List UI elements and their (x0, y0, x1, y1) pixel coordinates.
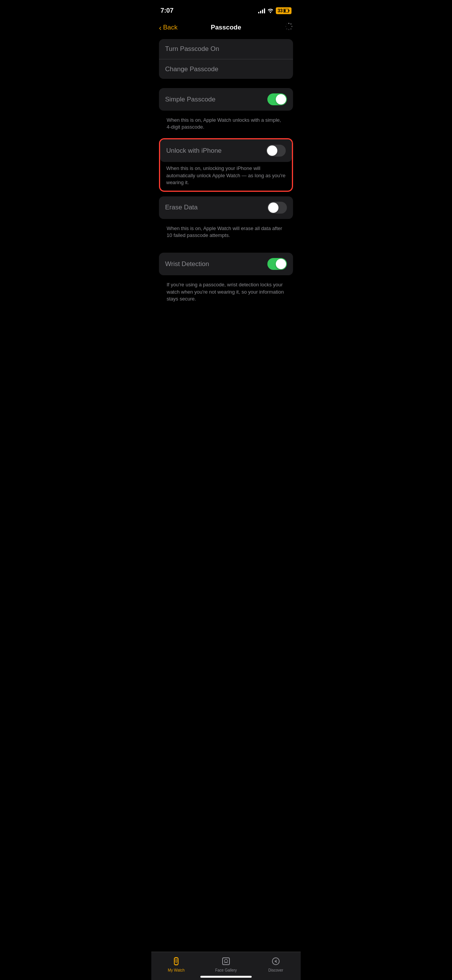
turn-passcode-on-row[interactable]: Turn Passcode On (159, 39, 293, 59)
svg-point-7 (288, 29, 290, 30)
unlock-iphone-group: Unlock with iPhone (160, 139, 292, 162)
erase-data-label: Erase Data (165, 204, 198, 211)
svg-rect-2 (289, 10, 290, 11)
wrist-detection-group: Wrist Detection (159, 253, 293, 275)
simple-passcode-section: Simple Passcode When this is on, Apple W… (159, 88, 293, 135)
svg-point-8 (286, 28, 287, 29)
simple-passcode-group: Simple Passcode (159, 88, 293, 111)
navigation-header: ‹ Back Passcode (151, 19, 301, 39)
spacer-3 (151, 247, 301, 253)
simple-passcode-description: When this is on, Apple Watch unlocks wit… (159, 114, 293, 135)
simple-passcode-label: Simple Passcode (165, 96, 215, 103)
wrist-detection-toggle[interactable] (267, 258, 287, 270)
page-title: Passcode (211, 24, 241, 31)
wrist-detection-row[interactable]: Wrist Detection (159, 253, 293, 275)
back-label: Back (163, 24, 178, 31)
unlock-iphone-row[interactable]: Unlock with iPhone (160, 139, 292, 162)
svg-point-3 (288, 23, 290, 24)
toggle-knob-4 (276, 259, 286, 269)
change-passcode-row[interactable]: Change Passcode (159, 59, 293, 79)
toggle-knob (276, 94, 286, 105)
toggle-knob-3 (268, 203, 278, 213)
svg-point-6 (290, 28, 292, 29)
erase-data-section: Erase Data When this is on, Apple Watch … (159, 196, 293, 243)
simple-passcode-row[interactable]: Simple Passcode (159, 88, 293, 111)
spacer-1 (151, 82, 301, 88)
wifi-icon (267, 8, 273, 14)
svg-point-4 (290, 23, 292, 24)
erase-data-description: When this is on, Apple Watch will erase … (159, 222, 293, 243)
unlock-iphone-label: Unlock with iPhone (166, 147, 222, 155)
loading-spinner-icon (285, 22, 293, 33)
battery-percentage: 33 (278, 8, 283, 13)
svg-point-9 (285, 26, 287, 27)
unlock-iphone-toggle[interactable] (266, 145, 286, 157)
wrist-detection-section: Wrist Detection If you're using a passco… (159, 253, 293, 307)
toggle-knob-2 (267, 145, 277, 156)
svg-point-5 (292, 26, 293, 27)
unlock-iphone-highlighted-section: Unlock with iPhone When this is on, unlo… (159, 138, 293, 192)
unlock-iphone-description: When this is on, unlocking your iPhone w… (160, 162, 292, 191)
back-chevron-icon: ‹ (159, 24, 162, 31)
svg-rect-1 (284, 10, 286, 12)
battery-indicator: 33 (276, 7, 292, 14)
erase-data-group: Erase Data (159, 196, 293, 219)
simple-passcode-toggle[interactable] (267, 93, 287, 105)
spacer-2 (151, 193, 301, 196)
change-passcode-label: Change Passcode (165, 65, 218, 73)
passcode-group: Turn Passcode On Change Passcode (159, 39, 293, 79)
signal-icon (258, 8, 265, 13)
status-icons: 33 (258, 7, 292, 14)
wrist-detection-description: If you're using a passcode, wrist detect… (159, 278, 293, 307)
back-button[interactable]: ‹ Back (159, 24, 177, 31)
passcode-options-group: Turn Passcode On Change Passcode (159, 39, 293, 79)
turn-passcode-on-label: Turn Passcode On (165, 45, 219, 53)
status-bar: 7:07 33 (151, 0, 301, 19)
status-time: 7:07 (160, 7, 174, 15)
content-area: Turn Passcode On Change Passcode Simple … (151, 39, 301, 348)
wrist-detection-label: Wrist Detection (165, 260, 209, 268)
erase-data-toggle[interactable] (267, 202, 287, 214)
erase-data-row[interactable]: Erase Data (159, 196, 293, 219)
svg-point-10 (286, 23, 287, 24)
battery-icon (283, 9, 290, 13)
